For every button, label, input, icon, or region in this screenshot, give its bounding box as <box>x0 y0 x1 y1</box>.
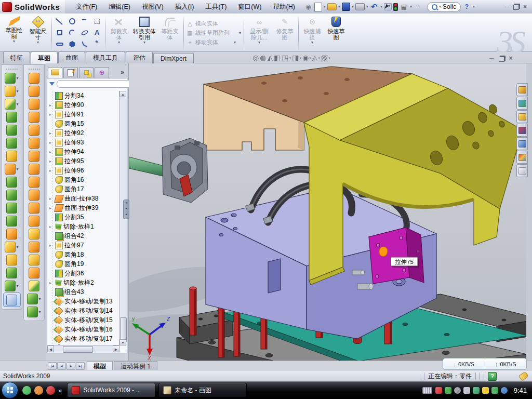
flyout-caret-icon[interactable]: ▾ <box>16 89 18 94</box>
ellipse-tool-icon[interactable] <box>81 29 89 37</box>
parting-surface-icon[interactable] <box>24 254 44 267</box>
tree-item[interactable]: ▸拉伸95 <box>49 156 119 166</box>
flyout-caret-icon[interactable]: ▾ <box>16 245 18 249</box>
doc-restore-button[interactable] <box>499 57 504 62</box>
doc-minimize-button[interactable]: ─ <box>489 55 494 62</box>
resources-chart-tab[interactable] <box>516 97 528 110</box>
tab-surfaces[interactable]: 曲面 <box>58 51 85 63</box>
flyout-caret-icon[interactable]: ▾ <box>16 102 18 107</box>
messenger-status-icon[interactable] <box>501 387 508 394</box>
new-caret-icon[interactable]: ▾ <box>324 5 326 9</box>
tree-horizontal-scrollbar[interactable]: ◀ ▶ <box>47 345 119 353</box>
circle-tool-icon[interactable] <box>68 17 76 25</box>
measure-icon[interactable] <box>3 292 21 307</box>
tree-item[interactable]: ▸拉伸92 <box>49 128 119 138</box>
tree-item[interactable]: ▸拉伸97 <box>49 241 119 250</box>
knit-surface-icon[interactable] <box>24 176 44 189</box>
tree-item[interactable]: 分割36 <box>49 269 119 278</box>
solidworks-launcher-icon[interactable] <box>46 386 55 395</box>
sync-phone-icon[interactable] <box>473 387 480 394</box>
tree-item[interactable]: 实体-移动/复制15 <box>49 315 119 325</box>
tree-expander-icon[interactable]: ▸ <box>49 224 54 229</box>
tree-item[interactable]: 圆角15 <box>49 119 119 128</box>
options-icon[interactable]: ▤ <box>400 3 408 11</box>
tree-item[interactable]: 分割34 <box>49 91 119 100</box>
combine-bodies-icon[interactable] <box>2 215 22 228</box>
tree-item[interactable]: ▸拉伸90 <box>49 100 119 110</box>
save-icon[interactable] <box>342 3 350 11</box>
restore-button[interactable] <box>513 5 519 10</box>
tree-item[interactable]: ▸拉伸93 <box>49 138 119 147</box>
tree-item[interactable]: 圆角18 <box>49 250 119 259</box>
display-style-icon[interactable]: ◨▾ <box>292 54 301 62</box>
sketch-text-icon[interactable] <box>93 29 101 37</box>
fillet-surface-icon[interactable] <box>24 189 44 202</box>
move-copy-body-icon[interactable] <box>2 228 22 241</box>
polygon-tool-icon[interactable] <box>68 40 76 48</box>
tree-item[interactable]: 分割35 <box>49 212 119 222</box>
select-tool[interactable]: ▾ <box>384 3 392 10</box>
tree-item[interactable]: 实体-移动/复制16 <box>49 325 119 334</box>
tab-features[interactable]: 特征 <box>3 51 30 63</box>
offset-surface-icon[interactable] <box>24 150 44 163</box>
save-caret-icon[interactable]: ▾ <box>352 5 354 9</box>
smart-dimension-button[interactable]: 智能尺寸 ▾ <box>26 15 49 51</box>
taskbar-item-solidworks[interactable]: SolidWorks 2009 - ... <box>67 383 155 397</box>
tree-item[interactable]: ▸拉伸91 <box>49 110 119 119</box>
tree-expander-icon[interactable]: ▸ <box>49 103 54 108</box>
tree-expander-icon[interactable]: ▸ <box>49 112 54 117</box>
flyout-caret-icon[interactable]: ▾ <box>16 167 18 171</box>
status-help-icon[interactable]: ? <box>488 372 497 381</box>
draft-icon[interactable] <box>2 189 22 202</box>
zoom-fit-icon[interactable]: ◎ <box>252 54 259 62</box>
zoom-area-icon[interactable]: ◍ <box>260 54 266 62</box>
reference-geometry-icon[interactable]: ▾ <box>2 241 22 254</box>
security-plus-shield-icon[interactable] <box>491 387 498 394</box>
menu-view[interactable]: 视图(V) <box>137 1 168 13</box>
flyout-caret-icon[interactable]: ▾ <box>38 310 41 314</box>
tree-item[interactable]: ▸曲面-拉伸39 <box>49 203 119 212</box>
convert-caret-icon[interactable]: ▾ <box>143 41 145 45</box>
extruded-surface-icon[interactable] <box>24 98 44 111</box>
tab-model[interactable]: 模型 <box>87 361 113 370</box>
scroll-up-icon[interactable]: ▲ <box>119 91 126 97</box>
shut-off-surface-icon[interactable] <box>24 241 44 254</box>
view-orientation-icon[interactable]: ◳▾ <box>282 54 291 62</box>
curve-icon[interactable]: ▾ <box>24 305 44 318</box>
rib-icon[interactable] <box>2 176 22 189</box>
menu-window[interactable]: 窗口(W) <box>233 1 266 13</box>
sketch-pattern-icon[interactable] <box>2 150 22 163</box>
rapid-sketch-button[interactable]: 快速草图 <box>325 15 348 51</box>
menu-edit[interactable]: 编辑(E) <box>104 1 135 13</box>
pin-toolbar-icon[interactable]: ◉ <box>304 3 313 11</box>
tag-icon[interactable] <box>518 371 529 381</box>
tab-dimxpertmanager[interactable]: ⊕ <box>95 67 109 78</box>
revolved-surface-icon[interactable] <box>24 85 44 98</box>
parting-line-icon[interactable] <box>24 228 44 241</box>
section-view-icon[interactable]: ◧ <box>274 54 281 62</box>
tab-evaluate[interactable]: 评估 <box>126 51 153 63</box>
tree-expander-icon[interactable]: ▸ <box>49 131 54 136</box>
tab-mold-tools[interactable]: 模具工具 <box>86 51 125 63</box>
quick-launch-overflow-icon[interactable]: » <box>58 387 62 394</box>
planar-surface-icon[interactable] <box>24 137 44 150</box>
sketch-button[interactable]: 草图绘制 ▾ <box>3 15 25 51</box>
tree-item[interactable]: 圆角19 <box>49 259 119 269</box>
custom-properties-tab[interactable] <box>516 164 528 177</box>
menu-file[interactable]: 文件(F) <box>71 1 102 13</box>
flyout-caret-icon[interactable]: ▾ <box>38 297 41 301</box>
taskbar-item-paint[interactable]: 未命名 - 画图 <box>158 383 247 397</box>
rectangle-tool-icon[interactable] <box>56 29 64 37</box>
sketch-overflow-icon[interactable]: ⁘ <box>414 3 422 11</box>
tab-sketch[interactable]: 草图 <box>31 51 58 64</box>
volume-icon[interactable] <box>463 387 470 394</box>
point-tool-icon[interactable] <box>93 40 101 48</box>
design-library-tab[interactable] <box>516 110 528 123</box>
close-button[interactable]: × <box>523 3 527 10</box>
chamfer-icon[interactable] <box>2 137 22 150</box>
options-caret-icon[interactable]: ▾ <box>410 5 412 9</box>
dome-icon[interactable]: ▾ <box>24 292 44 305</box>
scroll-right-icon[interactable]: ▶ <box>113 345 119 352</box>
axis-icon[interactable] <box>2 267 22 280</box>
part-slide-unit[interactable] <box>129 138 208 203</box>
